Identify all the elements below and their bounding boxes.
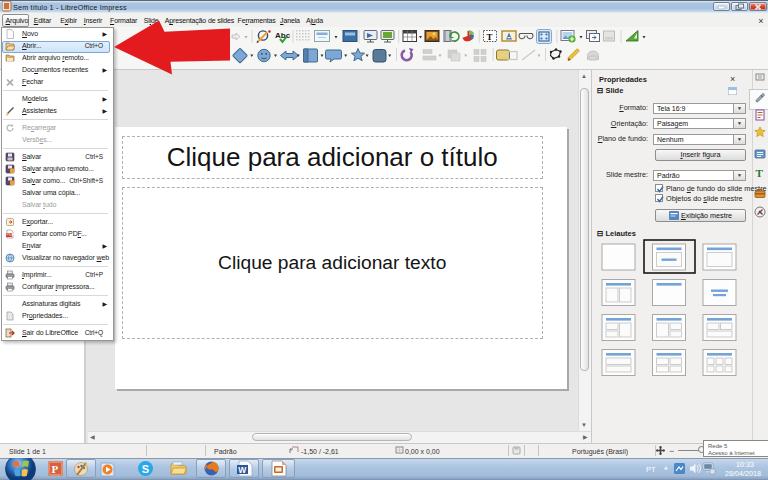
svg-text:W: W [238, 465, 247, 475]
svg-text:PT: PT [646, 465, 656, 474]
svg-text:S: S [142, 463, 149, 475]
svg-text:T: T [756, 167, 764, 179]
svg-text:PDF: PDF [7, 233, 15, 237]
svg-text:28/04/2018: 28/04/2018 [725, 469, 761, 478]
svg-text:T: T [487, 32, 493, 42]
svg-text:P: P [52, 463, 59, 475]
svg-text:10:33: 10:33 [736, 460, 754, 469]
svg-text:Abc: Abc [275, 31, 291, 40]
